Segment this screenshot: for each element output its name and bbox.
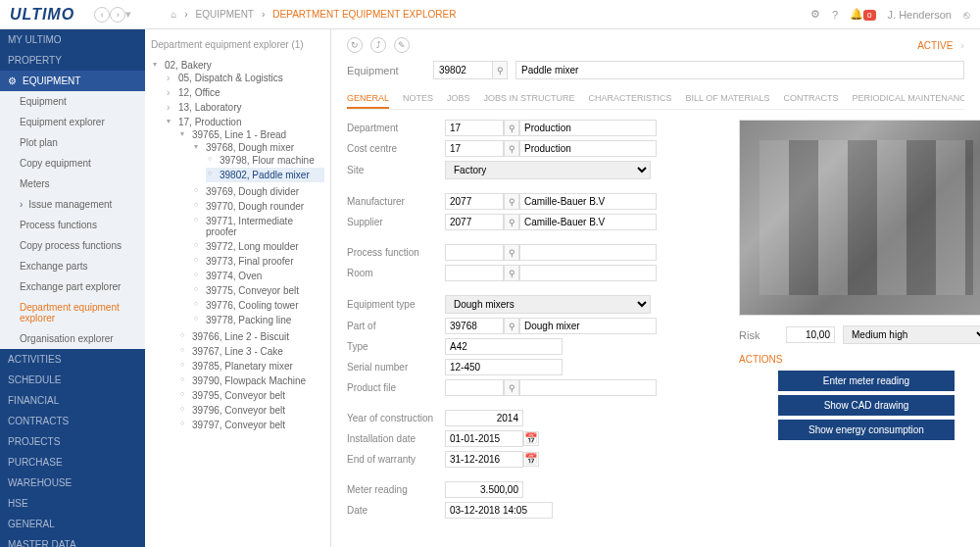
tree-leaf[interactable]: 39773, Final proofer	[192, 254, 324, 269]
sidebar-sub[interactable]: Plot plan	[0, 132, 145, 153]
breadcrumb-2[interactable]: DEPARTMENT EQUIPMENT EXPLORER	[272, 9, 456, 20]
breadcrumb-1[interactable]: EQUIPMENT	[196, 9, 254, 20]
manufacturer-desc[interactable]	[519, 193, 657, 210]
sidebar-item[interactable]: PROJECTS	[0, 431, 145, 452]
tree-leaf[interactable]: 39785, Planetary mixer	[178, 359, 324, 373]
productfile-desc[interactable]	[519, 379, 657, 396]
lookup-icon[interactable]: ⚲	[504, 120, 519, 136]
show-energy-button[interactable]: Show energy consumption	[778, 420, 955, 440]
costcentre-code[interactable]	[445, 140, 504, 157]
tree-node[interactable]: 02, Bakery 05, Dispatch & Logistics 12, …	[151, 58, 324, 436]
equipment-code[interactable]	[433, 61, 492, 79]
sidebar-item-myultimo[interactable]: MY ULTIMO	[0, 29, 145, 50]
tree-leaf[interactable]: 39798, Flour machine	[206, 153, 324, 168]
bell-icon[interactable]: 🔔0	[850, 8, 875, 21]
supplier-code[interactable]	[445, 214, 504, 230]
tree-node[interactable]: 05, Dispatch & Logistics	[165, 71, 324, 85]
sidebar-sub[interactable]: Copy equipment	[0, 153, 145, 174]
tab[interactable]: BILL OF MATERIALS	[686, 89, 770, 109]
tab-general[interactable]: GENERAL	[347, 89, 389, 109]
tab[interactable]: PERIODICAL MAINTENANCE	[853, 89, 964, 109]
supplier-desc[interactable]	[519, 214, 657, 230]
date-input[interactable]	[445, 502, 553, 519]
back-icon[interactable]: ‹	[94, 7, 110, 23]
sidebar-sub[interactable]: › Issue management	[0, 194, 145, 215]
calendar-icon[interactable]: 📅	[523, 431, 539, 446]
site-select[interactable]: Factory	[445, 161, 651, 179]
sidebar-sub[interactable]: Organisation explorer	[0, 328, 145, 349]
user-name[interactable]: J. Henderson	[888, 9, 952, 21]
room-desc[interactable]	[519, 265, 657, 281]
sidebar-item-equipment[interactable]: ⚙EQUIPMENT	[0, 71, 145, 91]
department-desc[interactable]	[519, 120, 657, 136]
manufacturer-code[interactable]	[445, 193, 504, 210]
tree-leaf[interactable]: 39770, Dough rounder	[192, 199, 324, 214]
gear-icon[interactable]: ⚙	[810, 8, 820, 21]
enter-meter-button[interactable]: Enter meter reading	[778, 371, 955, 391]
sidebar-item[interactable]: SCHEDULE	[0, 370, 145, 390]
edit-icon[interactable]: ✎	[394, 37, 410, 53]
tree-node[interactable]: 13, Laboratory	[165, 100, 324, 115]
meter-input[interactable]	[445, 481, 523, 498]
lookup-icon[interactable]: ⚲	[504, 318, 519, 334]
tree-leaf[interactable]: 39771, Intermediate proofer	[192, 214, 324, 239]
calendar-icon[interactable]: 📅	[523, 452, 539, 467]
help-icon[interactable]: ?	[832, 9, 838, 21]
tree-leaf[interactable]: 39797, Conveyor belt	[178, 418, 324, 432]
tab[interactable]: JOBS IN STRUCTURE	[484, 89, 575, 109]
lookup-icon[interactable]: ⚲	[492, 61, 508, 79]
tree-leaf[interactable]: 39766, Line 2 - Biscuit	[178, 329, 324, 344]
partof-desc[interactable]	[519, 318, 657, 334]
chevron-right-icon[interactable]: ›	[960, 39, 964, 51]
sidebar-item[interactable]: FINANCIAL	[0, 390, 145, 411]
lookup-icon[interactable]: ⚲	[504, 379, 519, 396]
year-input[interactable]	[445, 410, 523, 426]
tab[interactable]: CHARACTERISTICS	[589, 89, 672, 109]
tree-leaf[interactable]: 39772, Long moulder	[192, 239, 324, 254]
tree-node[interactable]: 17, Production 39765, Line 1 - Bread 397…	[165, 115, 324, 434]
serial-input[interactable]	[445, 359, 563, 375]
tree-leaf[interactable]: 39796, Conveyor belt	[178, 403, 324, 418]
tree-node[interactable]: 39768, Dough mixer 39798, Flour machine …	[192, 140, 324, 184]
dropdown-icon[interactable]: ▾	[125, 8, 131, 21]
sidebar-item[interactable]: WAREHOUSE	[0, 472, 145, 493]
forward-icon[interactable]: ›	[110, 7, 125, 23]
tree-node[interactable]: 39765, Line 1 - Bread 39768, Dough mixer…	[178, 127, 324, 329]
sidebar-sub[interactable]: Equipment explorer	[0, 112, 145, 132]
show-cad-button[interactable]: Show CAD drawing	[778, 395, 955, 416]
warranty-input[interactable]	[445, 451, 523, 468]
sidebar-sub[interactable]: Copy process functions	[0, 235, 145, 256]
refresh-icon[interactable]: ↻	[347, 37, 363, 53]
tree-leaf[interactable]: 39776, Cooling tower	[192, 298, 324, 313]
tree-leaf[interactable]: 39774, Oven	[192, 269, 324, 283]
tree-leaf[interactable]: 39775, Conveyor belt	[192, 283, 324, 298]
sidebar-item-property[interactable]: PROPERTY	[0, 50, 145, 71]
processfn-desc[interactable]	[519, 244, 657, 261]
room-code[interactable]	[445, 265, 504, 281]
tab[interactable]: CONTRACTS	[784, 89, 839, 109]
action-icon[interactable]: ⤴	[370, 37, 386, 53]
type-input[interactable]	[445, 338, 563, 355]
lookup-icon[interactable]: ⚲	[504, 214, 519, 230]
eqtype-select[interactable]: Dough mixers	[445, 295, 651, 314]
sidebar-sub[interactable]: Equipment	[0, 91, 145, 112]
home-icon[interactable]: ⌂	[171, 9, 176, 20]
tree-node[interactable]: 12, Office	[165, 85, 324, 100]
processfn-code[interactable]	[445, 244, 504, 261]
sidebar-item[interactable]: HSE	[0, 493, 145, 514]
sidebar-sub[interactable]: Exchange parts	[0, 256, 145, 276]
tree-leaf[interactable]: 39769, Dough divider	[192, 184, 324, 199]
sidebar-item[interactable]: PURCHASE	[0, 452, 145, 472]
tab[interactable]: JOBS	[447, 89, 470, 109]
risk-value[interactable]	[786, 326, 835, 343]
tree-leaf[interactable]: 39778, Packing line	[192, 313, 324, 327]
equipment-desc[interactable]	[515, 61, 964, 79]
department-code[interactable]	[445, 120, 504, 136]
tree-leaf[interactable]: 39795, Conveyor belt	[178, 388, 324, 403]
tab[interactable]: NOTES	[403, 89, 433, 109]
installdate-input[interactable]	[445, 430, 523, 447]
sidebar-item[interactable]: GENERAL	[0, 514, 145, 534]
lookup-icon[interactable]: ⚲	[504, 140, 519, 157]
risk-level[interactable]: Medium high	[843, 325, 980, 344]
lookup-icon[interactable]: ⚲	[504, 244, 519, 261]
